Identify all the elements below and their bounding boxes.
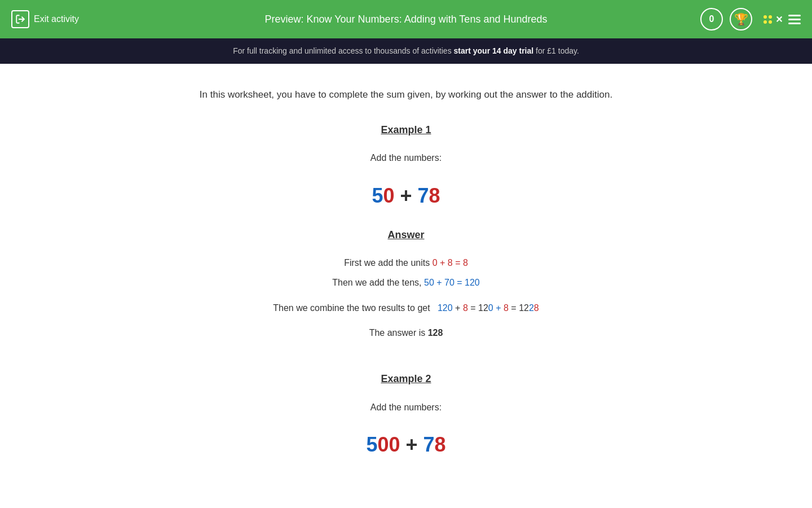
dot-grid-icon [764,15,772,24]
dot1 [764,15,767,19]
combine-eq: = 12 [468,303,488,313]
page-title: Preview: Know Your Numbers: Adding with … [265,14,548,25]
intro-text: In this worksheet, you have to complete … [164,86,648,104]
example1-num2: 78 [418,184,440,207]
dot4 [769,20,772,24]
example1-plus: + [400,184,417,207]
step1-text: First we add the units [344,258,433,268]
hamburger-menu[interactable] [788,15,801,24]
combine-end-blue: 0 + [488,303,504,313]
combine-blue: 120 [438,303,453,313]
top-bar: Exit activity Preview: Know Your Numbers… [0,0,812,38]
answer-section: Answer First we add the units 0 + 8 = 8 … [164,226,648,342]
final-answer-line: The answer is 128 [164,325,648,341]
step2-text: Then we add the tens, [332,278,424,287]
example2-section: Example 2 Add the numbers: 500 + 78 [164,370,648,463]
score-display: 0 [700,8,723,30]
trophy-button[interactable]: 🏆 [730,8,752,30]
corner-icons: ✕ [764,14,801,25]
dot2 [769,15,772,19]
final-text-before: The answer is [369,328,428,338]
step2-line: Then we add the tens, 50 + 70 = 120 [164,275,648,291]
hamburger-line2 [788,19,801,20]
example2-plus: + [406,433,423,456]
main-content: In this worksheet, you have to complete … [152,64,660,497]
example2-heading: Example 2 [164,370,648,388]
combine-line: Then we combine the two results to get 1… [164,300,648,317]
combine-end-red: 8 [504,303,509,313]
dot3 [764,20,767,24]
banner-text-after: for £1 today. [533,46,579,55]
example2-instruction: Add the numbers: [164,400,648,416]
example1-instruction: Add the numbers: [164,150,648,167]
combine-text-before: Then we combine the two results to get [273,303,438,313]
step1-colored: 0 + 8 = 8 [433,258,468,268]
final-answer-value: 128 [428,328,443,338]
hamburger-line1 [788,15,801,16]
promo-banner: For full tracking and unlimited access t… [0,38,812,64]
example2-num2: 78 [423,433,446,456]
banner-text-before: For full tracking and unlimited access t… [233,46,453,55]
step1-line: First we add the units 0 + 8 = 8 [164,255,648,271]
exit-icon [11,10,29,28]
hamburger-line3 [788,23,801,24]
exit-button[interactable]: Exit activity [11,10,79,28]
top-bar-right: 0 🏆 ✕ [700,8,801,30]
example1-math: 50 + 78 [164,178,648,214]
answer-heading: Answer [164,226,648,244]
combine-eq2: = 12 [509,303,529,313]
example1-heading: Example 1 [164,121,648,139]
combine-mid: + [453,303,463,313]
banner-bold-text: start your 14 day trial [454,46,534,55]
step2-colored: 50 + 70 = 120 [424,278,480,287]
combine-result-units: 8 [534,303,539,313]
example1-section: Example 1 Add the numbers: 50 + 78 Answe… [164,121,648,342]
example2-num1: 500 [366,433,400,456]
combine-red: 8 [463,303,468,313]
combine-result-tens: 2 [529,303,534,313]
example2-math: 500 + 78 [164,427,648,463]
example1-num1: 50 [372,184,394,207]
close-x-icon[interactable]: ✕ [775,14,783,25]
exit-label: Exit activity [34,14,79,24]
